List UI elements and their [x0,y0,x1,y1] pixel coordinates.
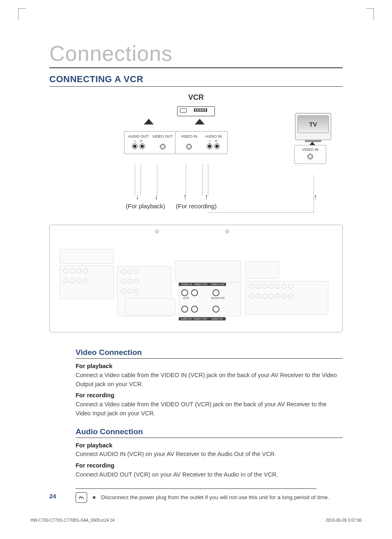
section-title: CONNECTING A VCR [49,74,343,85]
body-text: Connect AUDIO OUT (VCR) on your AV Recei… [76,470,343,479]
audio-heading: Audio Connection [76,427,343,438]
jack-label: VIDEO IN [298,148,323,152]
note-icon [76,492,87,503]
chapter-title: Connections [49,41,343,68]
subtitle: For recording [76,391,343,400]
jack-icon [160,144,166,150]
purpose-label: (For playback) [126,203,165,210]
tv-in-panel: VIDEO IN [294,145,326,164]
arrow-up-icon: ↑ [183,193,187,201]
subtitle: For playback [76,362,343,371]
rule [76,488,316,489]
jack-icon [214,143,220,149]
jack-label: VIDEO IN [181,135,198,139]
rule [49,86,343,87]
panel-pointer [195,119,205,124]
subtitle: For recording [76,461,343,470]
panel-pointer [144,119,154,124]
page-number: 24 [49,493,56,500]
vcr-out-panel: AUDIO OUT LR VIDEO OUT [124,131,177,154]
tv-icon: TV [295,113,331,140]
arrow-up-icon: ↑ [205,193,208,201]
purpose-label: (For recording) [176,203,217,210]
connection-diagram: VCR AUDIO OUT LR VIDEO OUT V [49,93,343,340]
bullet-icon [93,496,95,499]
jack-label: AUDIO IN [205,135,221,139]
body-text: Connect a Video cable from the VIDEO IN … [76,371,343,389]
tv-label: TV [297,115,329,133]
jack-icon [132,143,138,149]
body-text: Connect AUDIO IN (VCR) on your AV Receiv… [76,450,343,459]
receiver-back-panel: VIDEO IN · VIDEO OUT VIDEO OUT AUDIO IN … [49,225,343,332]
jack-icon [207,143,212,149]
crop-mark [366,8,374,20]
jack-icon [307,154,313,159]
arrow-up-icon: ↑ [314,193,317,201]
arrow-down-icon: ↓ [154,193,158,201]
body-text: Connect a Video cable from the VIDEO OUT… [76,400,343,418]
vcr-label: VCR [188,93,204,102]
jack-icon [139,143,145,149]
jack-label: AUDIO OUT [128,135,149,139]
video-heading: Video Connection [76,348,343,359]
footer-left: HW-C700-C770S-C770BS-XAA_0609.in24 24 [30,518,115,523]
note-text: Disconnect the power plug from the outle… [101,494,329,500]
jack-label: VIDEO OUT [152,135,173,139]
subtitle: For playback [76,441,343,450]
jack-icon [186,144,192,150]
arrow-down-icon: ↓ [136,193,139,201]
crop-mark [18,8,26,20]
vcr-icon [177,106,215,116]
footer-right: 2010-06-09 5:07:06 [326,518,362,523]
vcr-in-panel: VIDEO IN AUDIO IN LR [175,131,228,154]
